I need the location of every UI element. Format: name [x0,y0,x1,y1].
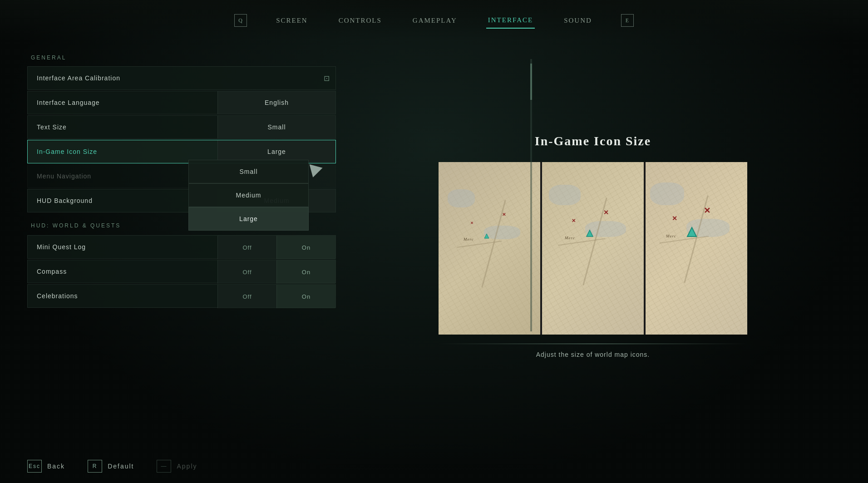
nav-item-sound[interactable]: Sound [562,13,594,28]
default-key-icon: R [88,460,102,473]
map-bg-2: Merc ✕ ✕ [542,162,644,335]
svg-marker-2 [687,227,696,237]
toggle-celebrations-off[interactable]: Off [217,285,276,308]
toggle-compass: Off On [217,260,335,283]
scrollbar[interactable] [530,59,532,331]
map-icon-x-6: ✕ [672,215,677,222]
map-panel-medium: Merc ✕ ✕ [542,162,646,335]
map-location-3: Merc [666,234,676,238]
preview-separator [439,344,747,344]
general-section-header: GENERAL [27,54,336,61]
toggle-mini-quest-log: Off On [217,236,335,258]
setting-label-text-size: Text Size [28,116,217,138]
top-navigation: Q Screen Controls Gameplay Interface Sou… [0,0,868,41]
default-button[interactable]: R Default [88,460,134,473]
map-preview: Merc ✕ ✕ Merc [439,162,747,335]
nav-item-gameplay[interactable]: Gameplay [411,13,459,28]
left-settings-panel: GENERAL Interface Area Calibration ⊡ Int… [27,45,336,447]
setting-label-compass: Compass [28,260,217,283]
preview-image: Merc ✕ ✕ Merc [439,162,747,335]
water-1 [448,189,475,207]
toggle-mini-quest-log-off[interactable]: Off [217,236,276,259]
toggle-celebrations: Off On [217,285,335,307]
toggle-compass-on[interactable]: On [276,260,335,284]
preview-title: In-Game Icon Size [535,134,651,148]
setting-label-interface-area: Interface Area Calibration [28,67,317,89]
back-key-icon: Esc [27,460,42,473]
nav-bracket-left: Q [234,14,247,27]
map-icon-x-3: ✕ [603,209,609,217]
dropdown-option-large[interactable]: Large [188,207,309,231]
setting-text-size[interactable]: Text Size Small [27,115,336,139]
right-preview-panel: In-Game Icon Size Merc [345,45,841,447]
map-icon-x-5: ✕ [704,206,710,216]
setting-compass[interactable]: Compass Off On [27,260,336,283]
toggle-celebrations-on[interactable]: On [276,285,335,308]
scroll-thumb [530,64,532,100]
map-location-2: Merc [565,236,575,240]
nav-item-controls[interactable]: Controls [337,13,384,28]
back-label: Back [47,463,65,470]
back-button[interactable]: Esc Back [27,460,65,473]
map-panel-large: Merc ✕ ✕ [646,162,747,335]
toggle-compass-off[interactable]: Off [217,260,276,284]
dropdown-size-options: Small Medium Large [188,160,309,231]
nav-item-screen[interactable]: Screen [274,13,310,28]
apply-label: Apply [177,463,197,470]
map-icon-x-1: ✕ [502,212,506,217]
setting-celebrations[interactable]: Celebrations Off On [27,284,336,308]
map-bg-3: Merc ✕ ✕ [646,162,747,335]
apply-key-icon: — [157,460,171,473]
map-icon-triangle-3 [686,227,697,239]
map-icon-x-4: ✕ [572,218,576,224]
setting-interface-language[interactable]: Interface Language English [27,91,336,114]
map-bg-1: Merc ✕ ✕ [439,162,540,335]
nav-bracket-right: E [621,14,634,27]
setting-label-interface-language: Interface Language [28,91,217,114]
water-5 [650,182,684,205]
bracket-e-icon: E [621,14,634,27]
setting-label-celebrations: Celebrations [28,285,217,307]
svg-marker-1 [587,230,593,237]
default-label: Default [108,463,134,470]
apply-button: — Apply [157,460,197,473]
setting-label-mini-quest-log: Mini Quest Log [28,236,217,258]
setting-interface-area-calibration[interactable]: Interface Area Calibration ⊡ [27,66,336,90]
water-2 [484,226,520,239]
map-location-1: Merc [464,237,474,242]
map-panel-small: Merc ✕ ✕ [439,162,542,335]
map-icon-triangle-1 [484,232,489,241]
map-icon-x-2: ✕ [470,221,473,225]
dropdown-option-small[interactable]: Small [188,160,309,183]
calibration-icon: ⊡ [317,67,335,89]
setting-mini-quest-log[interactable]: Mini Quest Log Off On [27,235,336,259]
water-3 [549,185,581,205]
dropdown-option-medium[interactable]: Medium [188,183,309,207]
setting-value-text-size: Small [217,116,335,138]
map-terrain-1 [439,162,540,335]
svg-marker-0 [484,234,489,238]
setting-value-interface-language: English [217,91,335,114]
preview-description: Adjust the size of world map icons. [536,351,650,358]
toggle-mini-quest-log-on[interactable]: On [276,236,335,259]
bracket-q-icon: Q [234,14,247,27]
nav-item-interface[interactable]: Interface [486,13,535,29]
map-icon-triangle-2 [586,229,594,239]
bottom-bar: Esc Back R Default — Apply [0,449,868,483]
